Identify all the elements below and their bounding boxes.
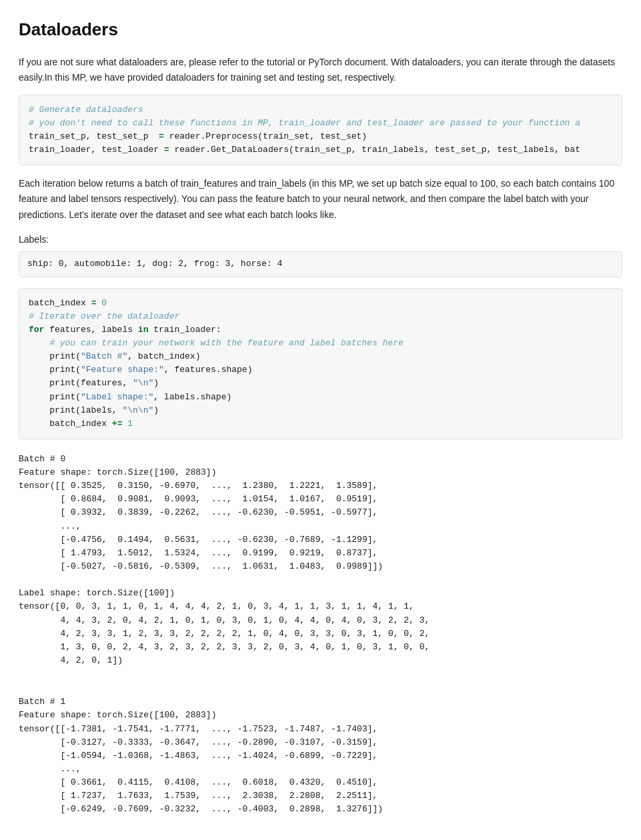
output-batch-0: Batch # 0 Feature shape: torch.Size([100… — [19, 450, 622, 670]
code-block-1: # Generate dataloaders # you don't need … — [19, 95, 622, 166]
output-batch-1: Batch # 1 Feature shape: torch.Size([100… — [19, 679, 622, 819]
intro-text: If you are not sure what dataloaders are… — [19, 55, 622, 85]
labels-code-block: ship: 0, automobile: 1, dog: 2, frog: 3,… — [19, 251, 622, 277]
middle-text: Each iteration below returns a batch of … — [19, 176, 622, 222]
labels-code-text: ship: 0, automobile: 1, dog: 2, frog: 3,… — [27, 259, 282, 269]
page-title: Dataloaders — [19, 16, 622, 44]
labels-heading: Labels: — [19, 232, 622, 247]
code-block-2: batch_index = 0 # Iterate over the datal… — [19, 288, 622, 439]
